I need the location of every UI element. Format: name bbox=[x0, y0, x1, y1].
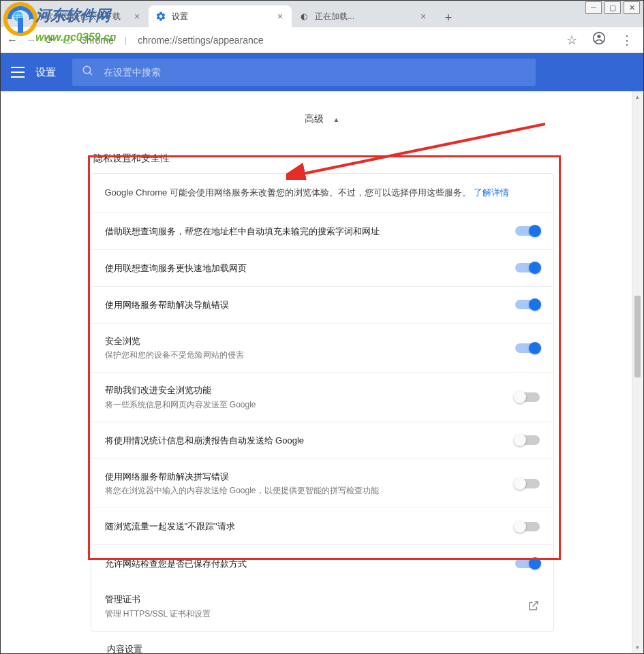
bookmark-star-icon[interactable]: ☆ bbox=[562, 33, 581, 48]
row-title: 使用网络服务帮助解决导航错误 bbox=[105, 298, 504, 312]
privacy-setting-row: 使用网络服务帮助解决拼写错误 将您在浏览器中输入的内容发送给 Google，以便… bbox=[91, 459, 553, 509]
browser-tab-0[interactable]: 🌐 河东软件园|绿色软件下载 × bbox=[5, 5, 149, 27]
close-tab-icon[interactable]: × bbox=[132, 12, 142, 21]
section-title-privacy: 隐私设置和安全性 bbox=[93, 153, 554, 165]
toggle-switch[interactable] bbox=[515, 300, 540, 309]
settings-search-box[interactable] bbox=[72, 59, 536, 86]
browser-tab-1[interactable]: 设置 × bbox=[149, 5, 292, 27]
browser-tab-strip: 🌐 河东软件园|绿色软件下载 × 设置 × ◐ 正在加载... × + bbox=[0, 0, 644, 27]
scroll-down-icon[interactable]: ▾ bbox=[632, 642, 643, 653]
privacy-card: Google Chrome 可能会使用网络服务来改善您的浏览体验。不过，您可以选… bbox=[91, 173, 554, 632]
back-button[interactable]: ← bbox=[7, 34, 18, 46]
privacy-setting-row: 使用网络服务帮助解决导航错误 bbox=[91, 287, 553, 324]
omnibox-origin: Chrome bbox=[80, 35, 114, 46]
toggle-switch[interactable] bbox=[515, 226, 540, 236]
scrollbar[interactable]: ▴ ▾ bbox=[632, 91, 643, 653]
close-tab-icon[interactable]: × bbox=[418, 12, 428, 21]
svg-point-4 bbox=[83, 66, 91, 74]
privacy-setting-row: 允许网站检查您是否已保存付款方式 bbox=[91, 545, 553, 582]
chrome-menu-icon[interactable]: ⋮ bbox=[617, 33, 637, 48]
manage-certificates-row[interactable]: 管理证书 管理 HTTPS/SSL 证书和设置 bbox=[91, 582, 553, 631]
search-icon bbox=[82, 65, 94, 80]
row-title: 使用网络服务帮助解决拼写错误 bbox=[105, 470, 504, 484]
browser-tab-2[interactable]: ◐ 正在加载... × bbox=[292, 5, 435, 27]
privacy-setting-row: 将使用情况统计信息和崩溃报告自动发送给 Google bbox=[91, 422, 553, 459]
minimize-button[interactable]: ─ bbox=[585, 1, 602, 14]
toggle-switch[interactable] bbox=[515, 392, 540, 402]
new-tab-button[interactable]: + bbox=[439, 8, 458, 27]
loading-spinner-icon: ◐ bbox=[298, 11, 309, 22]
tab-title: 设置 bbox=[172, 11, 271, 22]
toggle-switch[interactable] bbox=[515, 435, 540, 445]
toggle-switch[interactable] bbox=[515, 343, 540, 353]
scrollbar-thumb[interactable] bbox=[634, 296, 641, 377]
site-info-icon[interactable]: ⓘ bbox=[63, 34, 73, 46]
row-title: 帮助我们改进安全浏览功能 bbox=[105, 384, 504, 397]
forward-button[interactable]: → bbox=[26, 34, 37, 46]
learn-more-link[interactable]: 了解详情 bbox=[474, 187, 509, 198]
row-title: 管理证书 bbox=[105, 593, 517, 606]
row-title: 借助联想查询服务，帮您在地址栏中自动填充未输完的搜索字词和网址 bbox=[105, 225, 504, 238]
tab-title: 正在加载... bbox=[315, 11, 414, 22]
maximize-button[interactable]: ▢ bbox=[604, 1, 621, 14]
settings-content: 高级 ▲ 隐私设置和安全性 Google Chrome 可能会使用网络服务来改善… bbox=[0, 91, 644, 654]
privacy-setting-row: 随浏览流量一起发送"不跟踪"请求 bbox=[91, 508, 553, 545]
external-link-icon bbox=[527, 600, 540, 614]
privacy-setting-row: 借助联想查询服务，帮您在地址栏中自动填充未输完的搜索字词和网址 bbox=[91, 213, 553, 250]
chevron-up-icon: ▲ bbox=[333, 116, 339, 123]
toggle-switch[interactable] bbox=[515, 522, 540, 531]
privacy-info-text: Google Chrome 可能会使用网络服务来改善您的浏览体验。不过，您可以选… bbox=[91, 174, 553, 213]
row-title: 使用联想查询服务更快速地加载网页 bbox=[105, 262, 504, 275]
row-title: 将使用情况统计信息和崩溃报告自动发送给 Google bbox=[105, 434, 504, 448]
row-title: 安全浏览 bbox=[105, 334, 504, 348]
close-window-button[interactable]: ✕ bbox=[624, 1, 640, 14]
row-subtitle: 将您在浏览器中输入的内容发送给 Google，以便提供更智能的拼写检查功能 bbox=[105, 484, 504, 497]
row-title: 随浏览流量一起发送"不跟踪"请求 bbox=[105, 520, 504, 533]
svg-line-5 bbox=[89, 72, 92, 75]
chevron-right-icon: ▸ bbox=[533, 651, 538, 654]
menu-hamburger-icon[interactable] bbox=[11, 65, 25, 79]
privacy-setting-row: 帮助我们改进安全浏览功能 将一些系统信息和网页内容发送至 Google bbox=[91, 373, 553, 422]
row-subtitle: 管理 HTTPS/SSL 证书和设置 bbox=[105, 608, 517, 620]
svg-point-1 bbox=[598, 35, 601, 38]
profile-avatar-icon[interactable] bbox=[588, 31, 610, 48]
privacy-setting-row: 安全浏览 保护您和您的设备不受危险网站的侵害 bbox=[91, 324, 553, 373]
advanced-label: 高级 bbox=[305, 113, 324, 124]
privacy-setting-row: 使用联想查询服务更快速地加载网页 bbox=[91, 250, 553, 287]
settings-header: 设置 bbox=[0, 53, 644, 91]
toggle-switch[interactable] bbox=[515, 263, 540, 272]
omnibox-url[interactable]: chrome://settings/appearance bbox=[138, 35, 555, 46]
row-subtitle: 将一些系统信息和网页内容发送至 Google bbox=[105, 399, 504, 411]
settings-favicon bbox=[155, 11, 166, 22]
toggle-switch[interactable] bbox=[515, 559, 540, 568]
row-title: 允许网站检查您是否已保存付款方式 bbox=[105, 557, 504, 571]
reload-button[interactable]: ⟳ bbox=[45, 33, 54, 46]
row-title: 内容设置 bbox=[107, 642, 522, 654]
browser-toolbar: ← → ⟳ ⓘ Chrome | chrome://settings/appea… bbox=[0, 27, 644, 53]
row-subtitle: 保护您和您的设备不受危险网站的侵害 bbox=[105, 349, 504, 361]
tab-title: 河东软件园|绿色软件下载 bbox=[29, 11, 128, 22]
close-tab-icon[interactable]: × bbox=[275, 12, 285, 21]
toggle-switch[interactable] bbox=[515, 479, 540, 488]
scroll-up-icon[interactable]: ▴ bbox=[632, 91, 643, 102]
settings-nav-row[interactable]: 内容设置 控制网站可使用的信息以及可向您显示的内容 ▸ bbox=[91, 632, 554, 654]
settings-page-title: 设置 bbox=[35, 66, 56, 79]
advanced-toggle[interactable]: 高级 ▲ bbox=[91, 108, 554, 142]
page-favicon: 🌐 bbox=[12, 11, 23, 22]
settings-search-input[interactable] bbox=[104, 67, 526, 78]
